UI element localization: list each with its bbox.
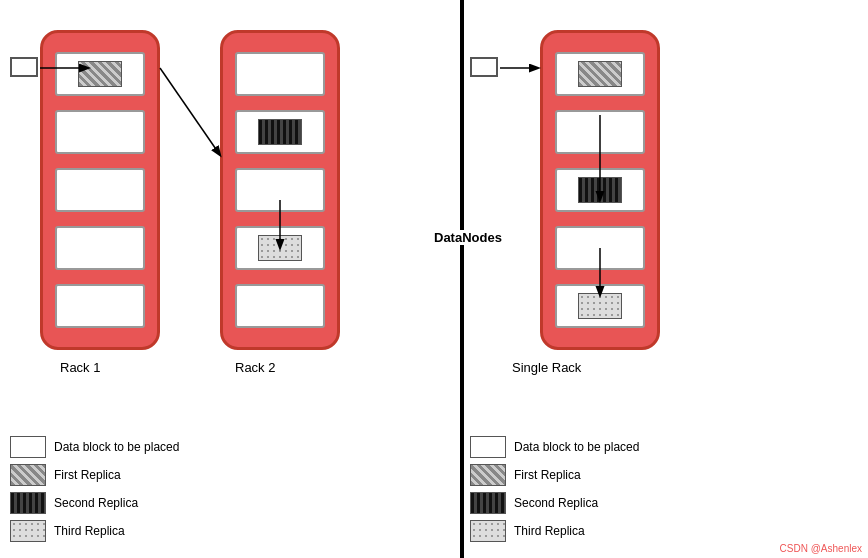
right-side: Single Rack Data block to be placed Firs… xyxy=(460,0,868,558)
first-replica-block-right xyxy=(578,61,622,87)
legend-item-third-left: Third Replica xyxy=(10,520,179,542)
rack1-node5 xyxy=(55,284,145,328)
legend-box-third-left xyxy=(10,520,46,542)
legend-label-second-right: Second Replica xyxy=(514,496,598,510)
first-replica-block-left xyxy=(78,61,122,87)
legend-item-first-left: First Replica xyxy=(10,464,179,486)
legend-item-first-right: First Replica xyxy=(470,464,639,486)
legend-label-empty-left: Data block to be placed xyxy=(54,440,179,454)
watermark: CSDN @Ashenlex xyxy=(780,543,862,554)
legend-box-empty-left xyxy=(10,436,46,458)
srack-node1 xyxy=(555,52,645,96)
main-container: DataNodes xyxy=(0,0,868,558)
client-box-right xyxy=(470,57,498,77)
rack1-node4 xyxy=(55,226,145,270)
legend-label-empty-right: Data block to be placed xyxy=(514,440,639,454)
legend-label-first-right: First Replica xyxy=(514,468,581,482)
srack-label: Single Rack xyxy=(512,360,581,375)
legend-item-second-left: Second Replica xyxy=(10,492,179,514)
legend-box-empty-right xyxy=(470,436,506,458)
rack1-node1 xyxy=(55,52,145,96)
client-box-left xyxy=(10,57,38,77)
srack-node2 xyxy=(555,110,645,154)
legend-left: Data block to be placed First Replica Se… xyxy=(10,436,179,548)
legend-item-empty-left: Data block to be placed xyxy=(10,436,179,458)
rack1-node2 xyxy=(55,110,145,154)
third-replica-block-right xyxy=(578,293,622,319)
srack-node4 xyxy=(555,226,645,270)
rack1-label: Rack 1 xyxy=(60,360,100,375)
left-side: Rack 1 Rack 2 Data block to be placed xyxy=(0,0,460,558)
vertical-divider xyxy=(460,0,464,558)
third-replica-block-left xyxy=(258,235,302,261)
datanodes-label: DataNodes xyxy=(432,230,504,245)
srack-node5 xyxy=(555,284,645,328)
legend-box-second-right xyxy=(470,492,506,514)
legend-item-second-right: Second Replica xyxy=(470,492,639,514)
rack-single xyxy=(540,30,660,350)
srack-node3 xyxy=(555,168,645,212)
legend-item-third-right: Third Replica xyxy=(470,520,639,542)
legend-right: Data block to be placed First Replica Se… xyxy=(470,436,639,548)
legend-box-first-right xyxy=(470,464,506,486)
legend-item-empty-right: Data block to be placed xyxy=(470,436,639,458)
rack2-label: Rack 2 xyxy=(235,360,275,375)
second-replica-block-left xyxy=(258,119,302,145)
legend-label-third-left: Third Replica xyxy=(54,524,125,538)
svg-line-1 xyxy=(160,68,220,155)
legend-label-third-right: Third Replica xyxy=(514,524,585,538)
rack2-node4 xyxy=(235,226,325,270)
rack-2 xyxy=(220,30,340,350)
second-replica-block-right xyxy=(578,177,622,203)
rack2-node2 xyxy=(235,110,325,154)
rack2-node1 xyxy=(235,52,325,96)
legend-box-third-right xyxy=(470,520,506,542)
rack2-node3 xyxy=(235,168,325,212)
rack-1 xyxy=(40,30,160,350)
legend-label-first-left: First Replica xyxy=(54,468,121,482)
rack2-node5 xyxy=(235,284,325,328)
legend-label-second-left: Second Replica xyxy=(54,496,138,510)
legend-box-second-left xyxy=(10,492,46,514)
rack1-node3 xyxy=(55,168,145,212)
legend-box-first-left xyxy=(10,464,46,486)
